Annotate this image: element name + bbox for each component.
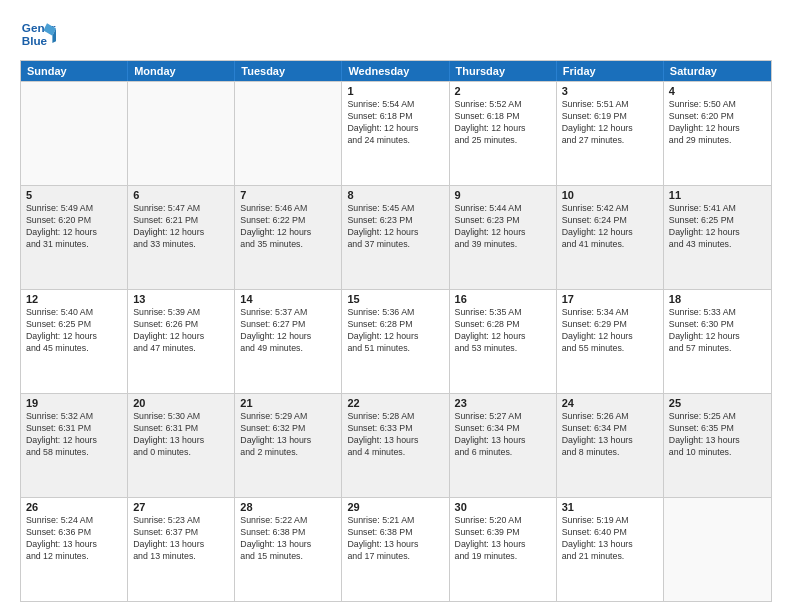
header-day-wednesday: Wednesday [342, 61, 449, 81]
calendar-cell-19: 19Sunrise: 5:32 AM Sunset: 6:31 PM Dayli… [21, 394, 128, 497]
cell-day-number: 19 [26, 397, 122, 409]
cell-info: Sunrise: 5:27 AM Sunset: 6:34 PM Dayligh… [455, 411, 551, 459]
calendar-cell-30: 30Sunrise: 5:20 AM Sunset: 6:39 PM Dayli… [450, 498, 557, 601]
cell-info: Sunrise: 5:37 AM Sunset: 6:27 PM Dayligh… [240, 307, 336, 355]
cell-info: Sunrise: 5:44 AM Sunset: 6:23 PM Dayligh… [455, 203, 551, 251]
calendar-cell-12: 12Sunrise: 5:40 AM Sunset: 6:25 PM Dayli… [21, 290, 128, 393]
cell-info: Sunrise: 5:34 AM Sunset: 6:29 PM Dayligh… [562, 307, 658, 355]
cell-info: Sunrise: 5:19 AM Sunset: 6:40 PM Dayligh… [562, 515, 658, 563]
calendar-body: 1Sunrise: 5:54 AM Sunset: 6:18 PM Daylig… [21, 81, 771, 601]
cell-info: Sunrise: 5:42 AM Sunset: 6:24 PM Dayligh… [562, 203, 658, 251]
cell-info: Sunrise: 5:52 AM Sunset: 6:18 PM Dayligh… [455, 99, 551, 147]
cell-day-number: 24 [562, 397, 658, 409]
calendar-cell-24: 24Sunrise: 5:26 AM Sunset: 6:34 PM Dayli… [557, 394, 664, 497]
calendar-cell-11: 11Sunrise: 5:41 AM Sunset: 6:25 PM Dayli… [664, 186, 771, 289]
week-row-1: 5Sunrise: 5:49 AM Sunset: 6:20 PM Daylig… [21, 185, 771, 289]
cell-info: Sunrise: 5:45 AM Sunset: 6:23 PM Dayligh… [347, 203, 443, 251]
cell-day-number: 5 [26, 189, 122, 201]
header-day-saturday: Saturday [664, 61, 771, 81]
cell-day-number: 11 [669, 189, 766, 201]
cell-info: Sunrise: 5:51 AM Sunset: 6:19 PM Dayligh… [562, 99, 658, 147]
cell-day-number: 17 [562, 293, 658, 305]
calendar-cell-17: 17Sunrise: 5:34 AM Sunset: 6:29 PM Dayli… [557, 290, 664, 393]
cell-info: Sunrise: 5:40 AM Sunset: 6:25 PM Dayligh… [26, 307, 122, 355]
calendar-cell-14: 14Sunrise: 5:37 AM Sunset: 6:27 PM Dayli… [235, 290, 342, 393]
calendar-cell-18: 18Sunrise: 5:33 AM Sunset: 6:30 PM Dayli… [664, 290, 771, 393]
calendar-cell-25: 25Sunrise: 5:25 AM Sunset: 6:35 PM Dayli… [664, 394, 771, 497]
cell-info: Sunrise: 5:54 AM Sunset: 6:18 PM Dayligh… [347, 99, 443, 147]
calendar-cell-2: 2Sunrise: 5:52 AM Sunset: 6:18 PM Daylig… [450, 82, 557, 185]
cell-day-number: 10 [562, 189, 658, 201]
cell-day-number: 26 [26, 501, 122, 513]
cell-info: Sunrise: 5:21 AM Sunset: 6:38 PM Dayligh… [347, 515, 443, 563]
calendar: SundayMondayTuesdayWednesdayThursdayFrid… [20, 60, 772, 602]
week-row-3: 19Sunrise: 5:32 AM Sunset: 6:31 PM Dayli… [21, 393, 771, 497]
cell-info: Sunrise: 5:25 AM Sunset: 6:35 PM Dayligh… [669, 411, 766, 459]
cell-info: Sunrise: 5:26 AM Sunset: 6:34 PM Dayligh… [562, 411, 658, 459]
cell-day-number: 15 [347, 293, 443, 305]
cell-day-number: 6 [133, 189, 229, 201]
cell-day-number: 2 [455, 85, 551, 97]
calendar-cell-9: 9Sunrise: 5:44 AM Sunset: 6:23 PM Daylig… [450, 186, 557, 289]
cell-info: Sunrise: 5:28 AM Sunset: 6:33 PM Dayligh… [347, 411, 443, 459]
calendar-cell-31: 31Sunrise: 5:19 AM Sunset: 6:40 PM Dayli… [557, 498, 664, 601]
svg-text:Blue: Blue [22, 34, 48, 47]
cell-day-number: 12 [26, 293, 122, 305]
cell-info: Sunrise: 5:30 AM Sunset: 6:31 PM Dayligh… [133, 411, 229, 459]
cell-info: Sunrise: 5:24 AM Sunset: 6:36 PM Dayligh… [26, 515, 122, 563]
calendar-cell-empty-0-1 [128, 82, 235, 185]
cell-info: Sunrise: 5:29 AM Sunset: 6:32 PM Dayligh… [240, 411, 336, 459]
cell-info: Sunrise: 5:49 AM Sunset: 6:20 PM Dayligh… [26, 203, 122, 251]
cell-info: Sunrise: 5:39 AM Sunset: 6:26 PM Dayligh… [133, 307, 229, 355]
cell-day-number: 28 [240, 501, 336, 513]
calendar-cell-6: 6Sunrise: 5:47 AM Sunset: 6:21 PM Daylig… [128, 186, 235, 289]
cell-day-number: 30 [455, 501, 551, 513]
cell-info: Sunrise: 5:33 AM Sunset: 6:30 PM Dayligh… [669, 307, 766, 355]
cell-info: Sunrise: 5:50 AM Sunset: 6:20 PM Dayligh… [669, 99, 766, 147]
cell-day-number: 25 [669, 397, 766, 409]
calendar-cell-28: 28Sunrise: 5:22 AM Sunset: 6:38 PM Dayli… [235, 498, 342, 601]
cell-day-number: 21 [240, 397, 336, 409]
cell-info: Sunrise: 5:41 AM Sunset: 6:25 PM Dayligh… [669, 203, 766, 251]
header-day-thursday: Thursday [450, 61, 557, 81]
cell-day-number: 4 [669, 85, 766, 97]
calendar-cell-20: 20Sunrise: 5:30 AM Sunset: 6:31 PM Dayli… [128, 394, 235, 497]
calendar-cell-13: 13Sunrise: 5:39 AM Sunset: 6:26 PM Dayli… [128, 290, 235, 393]
header-day-sunday: Sunday [21, 61, 128, 81]
cell-day-number: 31 [562, 501, 658, 513]
calendar-header-row: SundayMondayTuesdayWednesdayThursdayFrid… [21, 61, 771, 81]
cell-info: Sunrise: 5:32 AM Sunset: 6:31 PM Dayligh… [26, 411, 122, 459]
calendar-cell-29: 29Sunrise: 5:21 AM Sunset: 6:38 PM Dayli… [342, 498, 449, 601]
week-row-2: 12Sunrise: 5:40 AM Sunset: 6:25 PM Dayli… [21, 289, 771, 393]
header-day-monday: Monday [128, 61, 235, 81]
calendar-cell-27: 27Sunrise: 5:23 AM Sunset: 6:37 PM Dayli… [128, 498, 235, 601]
cell-day-number: 29 [347, 501, 443, 513]
header-day-friday: Friday [557, 61, 664, 81]
cell-info: Sunrise: 5:47 AM Sunset: 6:21 PM Dayligh… [133, 203, 229, 251]
calendar-cell-4: 4Sunrise: 5:50 AM Sunset: 6:20 PM Daylig… [664, 82, 771, 185]
calendar-cell-21: 21Sunrise: 5:29 AM Sunset: 6:32 PM Dayli… [235, 394, 342, 497]
cell-info: Sunrise: 5:20 AM Sunset: 6:39 PM Dayligh… [455, 515, 551, 563]
cell-day-number: 16 [455, 293, 551, 305]
calendar-cell-8: 8Sunrise: 5:45 AM Sunset: 6:23 PM Daylig… [342, 186, 449, 289]
cell-info: Sunrise: 5:35 AM Sunset: 6:28 PM Dayligh… [455, 307, 551, 355]
cell-info: Sunrise: 5:36 AM Sunset: 6:28 PM Dayligh… [347, 307, 443, 355]
week-row-0: 1Sunrise: 5:54 AM Sunset: 6:18 PM Daylig… [21, 81, 771, 185]
calendar-cell-15: 15Sunrise: 5:36 AM Sunset: 6:28 PM Dayli… [342, 290, 449, 393]
calendar-cell-1: 1Sunrise: 5:54 AM Sunset: 6:18 PM Daylig… [342, 82, 449, 185]
calendar-cell-7: 7Sunrise: 5:46 AM Sunset: 6:22 PM Daylig… [235, 186, 342, 289]
cell-day-number: 7 [240, 189, 336, 201]
calendar-cell-16: 16Sunrise: 5:35 AM Sunset: 6:28 PM Dayli… [450, 290, 557, 393]
cell-day-number: 18 [669, 293, 766, 305]
cell-day-number: 27 [133, 501, 229, 513]
cell-info: Sunrise: 5:46 AM Sunset: 6:22 PM Dayligh… [240, 203, 336, 251]
calendar-cell-5: 5Sunrise: 5:49 AM Sunset: 6:20 PM Daylig… [21, 186, 128, 289]
cell-day-number: 1 [347, 85, 443, 97]
calendar-cell-empty-4-6 [664, 498, 771, 601]
cell-day-number: 20 [133, 397, 229, 409]
calendar-cell-10: 10Sunrise: 5:42 AM Sunset: 6:24 PM Dayli… [557, 186, 664, 289]
calendar-cell-23: 23Sunrise: 5:27 AM Sunset: 6:34 PM Dayli… [450, 394, 557, 497]
cell-day-number: 14 [240, 293, 336, 305]
logo-icon: General Blue [20, 16, 56, 52]
cell-day-number: 22 [347, 397, 443, 409]
